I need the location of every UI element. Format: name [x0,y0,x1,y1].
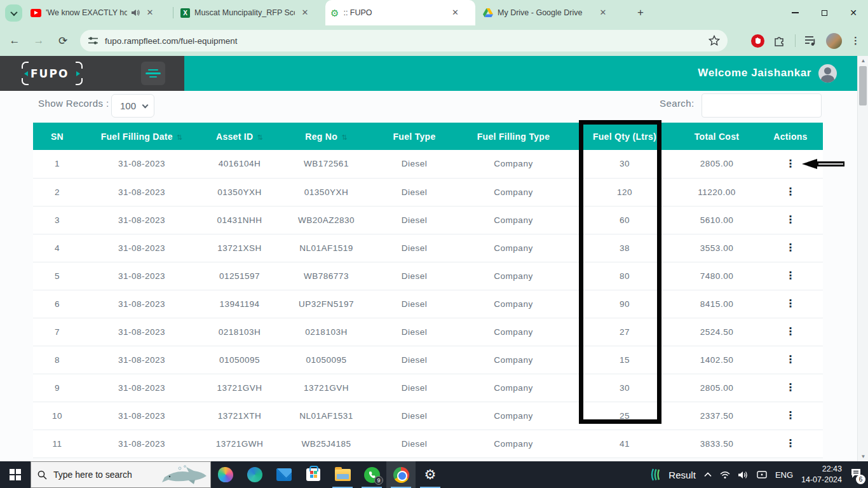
tab-audio-icon[interactable] [132,9,140,17]
cell-reg_no: 01050095 [277,346,376,374]
taskbar-mail-icon[interactable] [269,461,299,488]
row-actions-menu-icon[interactable]: ⋮ [785,158,796,170]
volume-icon[interactable] [738,471,749,479]
address-bar[interactable]: fupo.rampfleet.com/fuel-equipment [80,30,728,51]
cell-filling_type: Company [453,402,574,430]
page-scrollbar[interactable]: ▲ ▼ [857,56,868,461]
cell-qty: 30 [574,150,675,178]
column-header-reg-no[interactable]: Reg No⇅ [277,123,376,150]
column-label: Actions [773,132,807,142]
cell-date: 31-08-2023 [81,346,202,374]
notification-center-icon[interactable]: 6 [850,468,862,481]
url-text[interactable]: fupo.rampfleet.com/fuel-equipment [105,36,709,46]
cell-reg_no: 0218103H [277,318,376,346]
logo-corner [22,62,29,69]
column-header-asset-id[interactable]: Asset ID⇅ [202,123,277,150]
cell-date: 31-08-2023 [81,430,202,458]
adblocker-icon[interactable] [751,34,764,48]
shark-illustration [161,464,208,485]
tab-fupo-active[interactable]: ⚙ :: FUPO ✕ [325,0,475,25]
wifi-icon[interactable] [720,471,730,479]
table-row: 731-08-20230218103H0218103HDieselCompany… [33,318,823,346]
column-header-fuel-filling-date[interactable]: Fuel Filling Date⇅ [81,123,202,150]
playlist-extension-icon[interactable] [804,35,817,46]
start-button[interactable] [0,461,31,488]
extensions-puzzle-icon[interactable] [773,34,786,47]
taskbar-edge-icon[interactable] [240,461,269,488]
windows-logo-icon [10,469,21,480]
cell-fuel_type: Diesel [376,402,453,430]
back-button[interactable]: ← [5,31,24,50]
taskbar-store-icon[interactable] [299,461,328,488]
site-info-icon[interactable] [88,36,98,45]
sort-icon[interactable]: ⇅ [257,133,263,141]
column-header-fuel-qty-ltrs: Fuel Qty (Ltrs) [574,123,675,150]
column-label: Asset ID [216,132,253,142]
tab-close-icon[interactable]: ✕ [299,7,311,18]
forward-button[interactable]: → [29,31,48,50]
row-actions-menu-icon[interactable]: ⋮ [785,186,796,198]
windows-taskbar: Type here to search 9 ⚙ [0,461,868,488]
restore-button[interactable] [810,0,839,25]
row-actions-menu-icon[interactable]: ⋮ [785,214,796,226]
tab-excel[interactable]: X Muscat Muncipality_RFP Scope_ ✕ [175,0,323,25]
scroll-up-icon[interactable]: ▲ [858,58,868,64]
logo-corner [76,78,83,85]
row-actions-menu-icon[interactable]: ⋮ [785,325,796,337]
bookmark-star-icon[interactable] [709,35,720,46]
tab-close-icon[interactable]: ✕ [597,7,609,18]
clock[interactable]: 22:43 14-07-2024 [801,464,842,485]
row-actions-menu-icon[interactable]: ⋮ [785,297,796,309]
hamburger-icon [148,69,158,71]
taskbar-copilot-icon[interactable] [211,461,240,488]
cell-reg_no: UP32FN5197 [277,290,376,318]
tab-youtube[interactable]: 'We know EXACTLY how Lan ✕ [25,0,170,25]
screen-cast-icon[interactable] [757,471,767,479]
row-actions-menu-icon[interactable]: ⋮ [785,381,796,393]
cell-filling_type: Company [453,318,574,346]
sidebar-toggle-button[interactable] [141,62,165,85]
scrollbar-thumb[interactable] [859,66,867,105]
user-avatar[interactable] [818,64,837,83]
sort-icon[interactable]: ⇅ [177,133,183,141]
minimize-button[interactable] [780,0,810,25]
cell-date: 31-08-2023 [81,290,202,318]
tray-chevron-up-icon[interactable] [704,472,712,477]
row-actions-menu-icon[interactable]: ⋮ [785,353,796,365]
taskbar-file-explorer-icon[interactable] [328,461,357,488]
close-window-button[interactable]: ✕ [839,0,868,25]
taskbar-whatsapp-icon[interactable]: 9 [357,461,386,488]
tray-result-label: Result [668,470,696,480]
taskbar-settings-icon[interactable]: ⚙ [416,461,445,488]
column-label: Fuel Type [393,132,435,142]
browser-menu-icon[interactable]: ⋮ [851,35,860,46]
row-actions-menu-icon[interactable]: ⋮ [785,241,796,254]
fupo-logo[interactable]: FUPO [22,62,83,85]
table-row: 1131-08-202313721GWHWB25J4185DieselCompa… [33,430,823,458]
tab-search-button[interactable] [5,4,22,22]
reload-button[interactable]: ⟳ [53,31,72,50]
cell-date: 31-08-2023 [81,178,202,206]
sort-icon[interactable]: ⇅ [341,133,348,141]
cell-cost: 8415.00 [675,290,758,318]
scroll-down-icon[interactable]: ▼ [858,454,868,459]
close-icon: ✕ [850,8,857,18]
tab-title: 'We know EXACTLY how Lan [46,8,127,17]
records-per-page-select[interactable]: 100 [111,94,154,118]
row-actions-menu-icon[interactable]: ⋮ [785,269,796,281]
new-tab-button[interactable]: + [633,5,648,20]
tab-close-icon[interactable]: ✕ [144,7,156,18]
browser-profile-avatar[interactable] [826,33,842,49]
tab-close-icon[interactable]: ✕ [449,7,461,18]
taskbar-search-box[interactable]: Type here to search [31,461,211,488]
cell-cost: 7480.00 [675,262,758,290]
row-actions-menu-icon[interactable]: ⋮ [785,409,796,421]
tray-result-app[interactable]: Result [649,468,696,482]
language-indicator[interactable]: ENG [775,470,793,480]
tab-google-drive[interactable]: My Drive - Google Drive ✕ [478,0,627,25]
cell-cost: 3833.50 [675,430,758,458]
taskbar-chrome-icon[interactable] [386,461,416,488]
app-header: FUPO Welcome Jaishankar [0,56,857,91]
search-input[interactable] [702,93,822,118]
row-actions-menu-icon[interactable]: ⋮ [785,437,796,449]
